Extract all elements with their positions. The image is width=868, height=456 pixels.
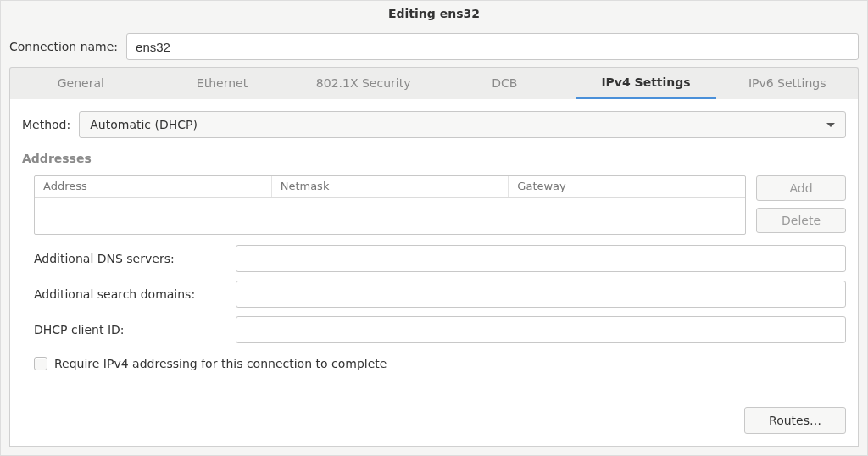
addresses-col-address: Address: [35, 176, 272, 197]
add-address-button[interactable]: Add: [756, 175, 846, 201]
require-ipv4-label: Require IPv4 addressing for this connect…: [54, 357, 387, 370]
tab-general-label: General: [58, 76, 104, 90]
dns-servers-row: Additional DNS servers:: [34, 245, 846, 272]
routes-button[interactable]: Routes…: [744, 407, 846, 434]
addresses-col-gateway: Gateway: [509, 176, 745, 197]
search-domains-label: Additional search domains:: [34, 287, 229, 301]
tab-ipv4-label: IPv4 Settings: [601, 75, 690, 89]
dhcp-client-id-row: DHCP client ID:: [34, 316, 846, 343]
tab-ethernet-label: Ethernet: [197, 76, 248, 90]
dhcp-client-id-label: DHCP client ID:: [34, 323, 229, 336]
addresses-table[interactable]: Address Netmask Gateway: [34, 175, 746, 235]
connection-name-input[interactable]: [126, 33, 859, 60]
connection-name-label: Connection name:: [9, 40, 118, 53]
addresses-col-netmask: Netmask: [272, 176, 509, 197]
addresses-side-buttons: Add Delete: [756, 175, 846, 233]
settings-tabs: General Ethernet 802.1X Security DCB IPv…: [9, 67, 859, 99]
tab-ipv6-label: IPv6 Settings: [748, 76, 826, 90]
addresses-section-title: Addresses: [22, 152, 846, 165]
tab-dcb-label: DCB: [492, 76, 517, 90]
search-domains-row: Additional search domains:: [34, 281, 846, 308]
method-combobox[interactable]: Automatic (DHCP): [79, 111, 846, 138]
method-row: Method: Automatic (DHCP): [22, 111, 846, 138]
method-label: Method:: [22, 118, 70, 131]
method-selected-value: Automatic (DHCP): [90, 118, 198, 131]
window-title: Editing ens32: [388, 7, 480, 20]
tab-ipv6-settings[interactable]: IPv6 Settings: [716, 68, 858, 99]
search-domains-input[interactable]: [236, 281, 846, 308]
tab-8021x-security[interactable]: 802.1X Security: [292, 68, 434, 99]
dhcp-client-id-input[interactable]: [236, 316, 846, 343]
tab-ipv4-settings[interactable]: IPv4 Settings: [576, 68, 717, 99]
tab-dcb[interactable]: DCB: [434, 68, 576, 99]
ipv4-settings-panel: Method: Automatic (DHCP) Addresses Addre…: [9, 99, 859, 447]
tab-8021x-label: 802.1X Security: [316, 76, 411, 90]
editing-connection-window: Editing ens32 Connection name: General E…: [0, 0, 868, 456]
addresses-header-row: Address Netmask Gateway: [35, 176, 745, 198]
chevron-down-icon: [826, 123, 835, 127]
require-ipv4-checkbox[interactable]: [34, 357, 47, 370]
tab-ethernet[interactable]: Ethernet: [152, 68, 293, 99]
delete-address-button[interactable]: Delete: [756, 208, 846, 233]
extra-fields: Additional DNS servers: Additional searc…: [22, 245, 846, 343]
dns-servers-label: Additional DNS servers:: [34, 252, 229, 265]
panel-footer: Routes…: [22, 407, 846, 434]
tab-general[interactable]: General: [10, 68, 152, 99]
connection-name-row: Connection name:: [1, 26, 867, 67]
addresses-block: Address Netmask Gateway Add Delete: [22, 175, 846, 235]
window-titlebar: Editing ens32: [1, 1, 867, 26]
require-ipv4-row: Require IPv4 addressing for this connect…: [22, 357, 846, 370]
dns-servers-input[interactable]: [236, 245, 846, 272]
